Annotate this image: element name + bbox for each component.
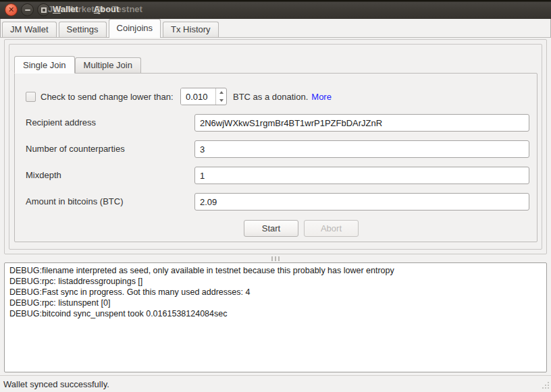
- single-join-pane: Check to send change lower than: BTC as …: [14, 73, 537, 242]
- menubar: Wallet About: [53, 4, 119, 14]
- join-tabbar: Single Join Multiple Join: [14, 55, 537, 73]
- recipient-address-input[interactable]: [194, 114, 529, 132]
- log-line: DEBUG:bitcoind sync_unspent took 0.01615…: [9, 308, 542, 319]
- abort-button[interactable]: Abort: [304, 220, 359, 237]
- counterparties-input[interactable]: [194, 140, 529, 158]
- spin-arrows: [215, 88, 226, 105]
- action-buttons: Start Abort: [244, 220, 359, 237]
- spin-down-icon: [219, 99, 224, 102]
- app-window: ✕ JoinMarketQt - Testnet Wallet About JM…: [0, 0, 551, 392]
- more-link[interactable]: More: [311, 92, 332, 102]
- outer-frame: Single Join Multiple Join Check to send …: [4, 39, 547, 254]
- main-tabbar: JM Wallet Settings Coinjoins Tx History: [0, 19, 551, 38]
- menu-about[interactable]: About: [94, 4, 120, 14]
- menu-wallet[interactable]: Wallet: [53, 4, 78, 14]
- status-text: Wallet synced successfully.: [3, 379, 109, 389]
- tab-jm-wallet[interactable]: JM Wallet: [2, 22, 57, 38]
- spin-up-button[interactable]: [216, 88, 226, 96]
- start-button[interactable]: Start: [244, 220, 298, 237]
- splitter-handle[interactable]: [0, 255, 551, 262]
- join-tab-widget: Single Join Multiple Join Check to send …: [14, 55, 537, 242]
- spin-down-button[interactable]: [216, 96, 226, 105]
- amount-input[interactable]: [194, 193, 529, 211]
- minimize-button[interactable]: [21, 3, 34, 16]
- mixdepth-label: Mixdepth: [26, 167, 61, 184]
- log-line: DEBUG:filename interpreted as seed, only…: [9, 265, 542, 276]
- maximize-icon: [41, 7, 47, 13]
- mixdepth-input[interactable]: [194, 167, 529, 184]
- log-line: DEBUG:rpc: listunspent [0]: [9, 298, 542, 308]
- tab-settings[interactable]: Settings: [59, 22, 107, 38]
- donation-row: Check to send change lower than: BTC as …: [26, 88, 531, 105]
- recipient-address-label: Recipient address: [26, 114, 96, 132]
- close-button[interactable]: ✕: [5, 3, 18, 16]
- resize-grip-icon[interactable]: [541, 382, 549, 390]
- donation-suffix: BTC as a donation.: [233, 92, 308, 102]
- donation-checkbox[interactable]: [26, 92, 36, 102]
- spin-up-icon: [219, 91, 224, 94]
- amount-label: Amount in bitcoins (BTC): [26, 193, 124, 211]
- coinjoins-page: Single Join Multiple Join Check to send …: [0, 38, 551, 375]
- log-line: DEBUG:rpc: listaddressgroupings []: [9, 276, 542, 287]
- group-frame: Single Join Multiple Join Check to send …: [9, 44, 542, 250]
- donation-label: Check to send change lower than:: [41, 92, 180, 102]
- donation-amount-input[interactable]: [181, 88, 215, 105]
- minimize-icon: [25, 9, 30, 11]
- log-line: DEBUG:Fast sync in progress. Got this ma…: [9, 287, 542, 298]
- statusbar: Wallet synced successfully.: [0, 375, 551, 392]
- tab-tx-history[interactable]: Tx History: [163, 22, 219, 38]
- donation-spinbox: [180, 88, 227, 105]
- tab-multiple-join[interactable]: Multiple Join: [75, 57, 141, 73]
- counterparties-label: Number of counterparties: [26, 140, 125, 158]
- tab-coinjoins[interactable]: Coinjoins: [109, 19, 161, 38]
- titlebar[interactable]: ✕ JoinMarketQt - Testnet Wallet About: [0, 0, 551, 19]
- debug-log[interactable]: DEBUG:filename interpreted as seed, only…: [4, 262, 547, 372]
- tab-single-join[interactable]: Single Join: [14, 56, 75, 74]
